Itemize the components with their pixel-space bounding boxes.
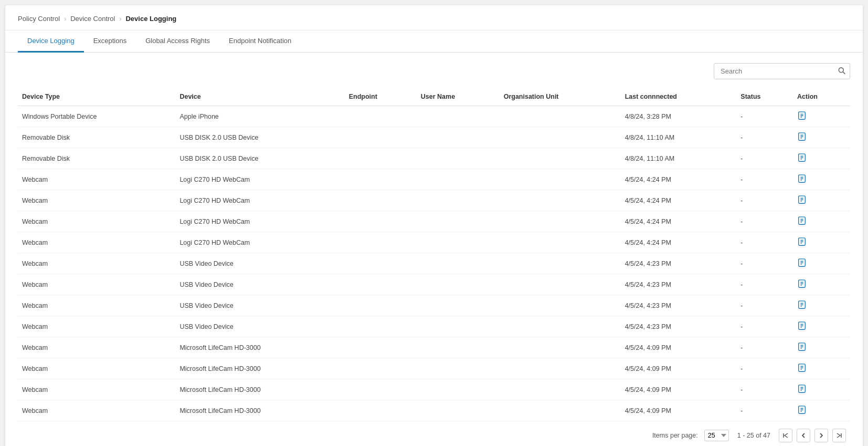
search-input-wrapper	[714, 63, 850, 79]
action-view-button[interactable]	[797, 153, 807, 162]
cell-username	[417, 211, 500, 232]
cell-username	[417, 169, 500, 190]
view-log-icon	[797, 132, 807, 141]
cell-device-type: Webcam	[18, 274, 175, 295]
cell-device-type: Webcam	[18, 337, 175, 358]
cell-username	[417, 148, 500, 169]
cell-org-unit	[500, 274, 621, 295]
cell-device-type: Webcam	[18, 400, 175, 421]
action-view-button[interactable]	[797, 132, 807, 141]
action-view-button[interactable]	[797, 258, 807, 267]
table-row: Removable Disk USB DISK 2.0 USB Device 4…	[18, 148, 850, 169]
tab-global-access-rights[interactable]: Global Access Rights	[136, 30, 219, 53]
view-log-icon	[797, 321, 807, 330]
svg-line-1	[843, 71, 845, 74]
table-row: Webcam Logi C270 HD WebCam 4/5/24, 4:24 …	[18, 211, 850, 232]
view-log-icon	[797, 258, 807, 267]
tab-device-logging[interactable]: Device Logging	[18, 30, 84, 53]
cell-endpoint	[345, 106, 417, 127]
view-log-icon	[797, 237, 807, 246]
cell-status: -	[736, 127, 793, 148]
cell-org-unit	[500, 127, 621, 148]
cell-action	[793, 211, 850, 232]
cell-device-type: Windows Portable Device	[18, 106, 175, 127]
tab-endpoint-notification[interactable]: Endpoint Notification	[219, 30, 301, 53]
cell-endpoint	[345, 232, 417, 253]
cell-username	[417, 379, 500, 400]
action-view-button[interactable]	[797, 111, 807, 120]
cell-endpoint	[345, 358, 417, 379]
prev-page-icon	[801, 433, 806, 438]
table-row: Webcam Microsoft LifeCam HD-3000 4/5/24,…	[18, 358, 850, 379]
cell-action	[793, 106, 850, 127]
items-per-page-label: Items per page:	[652, 432, 698, 439]
table-row: Webcam USB Video Device 4/5/24, 4:23 PM …	[18, 316, 850, 337]
pagination: Items per page: 25 10 50 100 1 - 25 of 4…	[18, 421, 850, 444]
tab-exceptions[interactable]: Exceptions	[84, 30, 136, 53]
cell-last-connected: 4/5/24, 4:24 PM	[621, 169, 737, 190]
view-log-icon	[797, 111, 807, 120]
action-view-button[interactable]	[797, 342, 807, 351]
cell-endpoint	[345, 400, 417, 421]
cell-status: -	[736, 169, 793, 190]
col-action: Action	[793, 88, 850, 106]
next-page-button[interactable]	[814, 429, 828, 442]
cell-endpoint	[345, 295, 417, 316]
cell-device: Logi C270 HD WebCam	[175, 232, 344, 253]
first-page-icon	[782, 432, 789, 439]
action-view-button[interactable]	[797, 300, 807, 309]
cell-last-connected: 4/5/24, 4:09 PM	[621, 358, 737, 379]
cell-last-connected: 4/5/24, 4:24 PM	[621, 232, 737, 253]
cell-device: Microsoft LifeCam HD-3000	[175, 358, 344, 379]
cell-device-type: Removable Disk	[18, 148, 175, 169]
cell-status: -	[736, 232, 793, 253]
cell-endpoint	[345, 253, 417, 274]
search-input[interactable]	[714, 63, 850, 79]
cell-last-connected: 4/5/24, 4:24 PM	[621, 190, 737, 211]
cell-endpoint	[345, 190, 417, 211]
table-row: Removable Disk USB DISK 2.0 USB Device 4…	[18, 127, 850, 148]
cell-action	[793, 148, 850, 169]
breadcrumb-policy-control[interactable]: Policy Control	[18, 15, 60, 23]
cell-device-type: Webcam	[18, 253, 175, 274]
view-log-icon	[797, 300, 807, 309]
action-view-button[interactable]	[797, 405, 807, 414]
cell-last-connected: 4/5/24, 4:24 PM	[621, 211, 737, 232]
cell-last-connected: 4/5/24, 4:09 PM	[621, 379, 737, 400]
per-page-select[interactable]: 25 10 50 100	[704, 430, 729, 441]
action-view-button[interactable]	[797, 321, 807, 330]
cell-org-unit	[500, 211, 621, 232]
action-view-button[interactable]	[797, 195, 807, 204]
cell-action	[793, 358, 850, 379]
action-view-button[interactable]	[797, 216, 807, 225]
svg-point-0	[839, 67, 843, 72]
view-log-icon	[797, 153, 807, 162]
view-log-icon	[797, 405, 807, 414]
cell-action	[793, 274, 850, 295]
cell-device: USB DISK 2.0 USB Device	[175, 127, 344, 148]
action-view-button[interactable]	[797, 237, 807, 246]
action-view-button[interactable]	[797, 384, 807, 393]
breadcrumb-device-control[interactable]: Device Control	[70, 15, 115, 23]
cell-action	[793, 232, 850, 253]
action-view-button[interactable]	[797, 363, 807, 372]
action-view-button[interactable]	[797, 174, 807, 183]
cell-last-connected: 4/5/24, 4:09 PM	[621, 337, 737, 358]
breadcrumb: Policy Control › Device Control › Device…	[5, 5, 863, 30]
cell-device-type: Webcam	[18, 232, 175, 253]
cell-endpoint	[345, 148, 417, 169]
first-page-button[interactable]	[779, 429, 792, 442]
cell-status: -	[736, 400, 793, 421]
action-view-button[interactable]	[797, 279, 807, 288]
cell-status: -	[736, 190, 793, 211]
search-button[interactable]	[838, 66, 846, 76]
cell-action	[793, 169, 850, 190]
cell-last-connected: 4/5/24, 4:23 PM	[621, 253, 737, 274]
prev-page-button[interactable]	[797, 429, 810, 442]
cell-action	[793, 400, 850, 421]
cell-action	[793, 337, 850, 358]
last-page-button[interactable]	[832, 429, 846, 442]
table-row: Webcam USB Video Device 4/5/24, 4:23 PM …	[18, 274, 850, 295]
col-device-type: Device Type	[18, 88, 175, 106]
cell-endpoint	[345, 379, 417, 400]
